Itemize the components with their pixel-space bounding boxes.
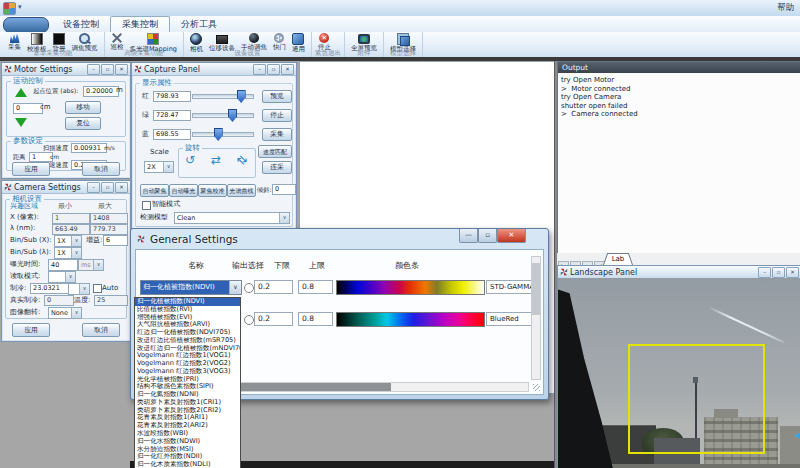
step-input[interactable]: 0 xyxy=(13,103,43,114)
binl-select[interactable]: 1X∨ xyxy=(54,247,82,259)
logline-4[interactable]: > Camera connected xyxy=(561,110,800,119)
auto-focus-button[interactable]: 自动聚焦 xyxy=(140,184,169,197)
minimize-button[interactable]: – xyxy=(758,267,771,278)
resize-grip[interactable] xyxy=(533,384,540,391)
start-position-input[interactable]: 0.20000 xyxy=(83,86,119,97)
cooling-select[interactable]: ∨ xyxy=(68,283,90,295)
focus-calibration-button[interactable]: 聚焦校准 xyxy=(198,184,227,197)
slider-thumb[interactable] xyxy=(228,109,237,122)
output-header[interactable]: Output xyxy=(558,62,800,73)
dd-item-9[interactable]: Vogelmann 红边指数3(VOG3) xyxy=(135,368,240,376)
slider-thumb[interactable] xyxy=(237,90,246,103)
index-combo[interactable]: 归一化植被指数(NDVI)∨ xyxy=(140,280,242,295)
output-log[interactable]: try Open Motor> Motor connectedtry Open … xyxy=(558,73,800,254)
gain-input[interactable]: 6 xyxy=(103,235,128,246)
motor-settings-titlebar[interactable]: Motor Settings –▫✕ xyxy=(2,63,130,76)
camera-preview-image[interactable]: ◀ xyxy=(558,278,800,468)
capture-panel-titlebar[interactable]: Capture Panel –▫✕ xyxy=(132,63,296,76)
stop-button[interactable]: ✕停止 xyxy=(315,32,334,51)
cancel-button[interactable]: 取消 xyxy=(82,162,120,176)
auto-checkbox[interactable] xyxy=(93,284,102,293)
dd-item-7[interactable]: Vogelmann 红边指数1(VOG1) xyxy=(135,352,240,360)
roi-selection-rectangle[interactable] xyxy=(628,344,765,454)
slider-thumb[interactable] xyxy=(214,128,223,141)
move-button[interactable]: 移动 xyxy=(65,101,101,114)
dd-item-20[interactable]: 归一化红外指数(NDII) xyxy=(135,453,240,461)
dd-item-12[interactable]: 归一化氮指数(NDNI) xyxy=(135,391,240,399)
splitter-collapse-arrow-icon[interactable]: ◀ xyxy=(794,431,800,440)
smart-mode-checkbox[interactable] xyxy=(142,201,151,210)
close-button[interactable]: ✕ xyxy=(281,64,294,75)
dd-item-3[interactable]: 大气阻抗植被指数(ARVI) xyxy=(135,321,240,329)
exposure-spinner[interactable]: 40 xyxy=(48,259,78,271)
preview-button[interactable]: 预览 xyxy=(262,90,292,103)
manual-focus-button[interactable]: 手动调焦 xyxy=(238,32,270,51)
jog-up-button[interactable] xyxy=(15,88,27,97)
green-wavelength-input[interactable]: 728.47 xyxy=(153,110,191,121)
upper-limit-input-2[interactable]: 0.8 xyxy=(298,312,333,326)
detect-model-select[interactable]: Clean∨ xyxy=(174,212,290,224)
minimize-button[interactable]: – xyxy=(253,64,266,75)
maximize-button[interactable]: ▫ xyxy=(478,229,497,243)
acquire-button[interactable]: 采集 xyxy=(5,32,24,51)
dd-item-4[interactable]: 红边归一化植被指数(NDVI705) xyxy=(135,329,240,337)
logline-2[interactable]: try Open Camera xyxy=(561,93,800,102)
tab-acquisition-control[interactable]: 采集控制 xyxy=(110,16,170,32)
reset-button[interactable]: 复位 xyxy=(65,117,101,130)
read-mode-select[interactable]: ∨ xyxy=(48,271,76,283)
acquire-button[interactable]: 采集 xyxy=(262,128,292,141)
dd-item-11[interactable]: 结构不敏感色素指数(SIPI) xyxy=(135,383,240,391)
lower-limit-input-2[interactable]: 0.2 xyxy=(254,312,293,326)
dd-item-16[interactable]: 花青素反射指数2(ARI2) xyxy=(135,422,240,430)
minimize-button[interactable]: – xyxy=(87,64,100,75)
dd-item-10[interactable]: 光化学植被指数(PRI) xyxy=(135,376,240,384)
dd-item-17[interactable]: 水波段指数(WBI) xyxy=(135,430,240,438)
tab-analysis-tools[interactable]: 分析工具 xyxy=(170,16,228,32)
close-button[interactable]: ✕ xyxy=(115,64,128,75)
tab-device-control[interactable]: 设备控制 xyxy=(52,16,110,32)
dd-item-18[interactable]: 归一化水指数(NDWI) xyxy=(135,438,240,446)
close-button[interactable]: ✕ xyxy=(786,267,799,278)
file-menu-button[interactable] xyxy=(3,17,49,33)
blue-slider[interactable] xyxy=(192,128,254,139)
close-button[interactable]: ✕ xyxy=(115,182,128,193)
tilt-input[interactable]: 0 xyxy=(272,184,296,195)
red-slider[interactable] xyxy=(192,90,254,101)
dd-item-2[interactable]: 增强植被指数(EVI) xyxy=(135,314,240,322)
maximize-button[interactable]: ▫ xyxy=(267,64,280,75)
lower-limit-input-1[interactable]: 0.2 xyxy=(254,280,293,294)
logline-1[interactable]: > Motor connected xyxy=(561,85,800,94)
continuous-acquire-button[interactable]: 连采 xyxy=(262,161,292,174)
dd-item-13[interactable]: 类胡萝卜素反射指数1(CRI1) xyxy=(135,399,240,407)
vertical-scrollbar[interactable] xyxy=(531,256,541,380)
minimize-button[interactable]: — xyxy=(459,229,478,243)
minimize-button[interactable]: – xyxy=(87,182,100,193)
maximize-button[interactable]: ▫ xyxy=(772,267,785,278)
lab-tab[interactable]: Lab xyxy=(603,253,633,265)
dd-item-5[interactable]: 改进红边比值植被指数(mSR705) xyxy=(135,337,240,345)
speed-match-button[interactable]: 速度匹配 xyxy=(258,145,292,158)
index-dropdown-list[interactable]: 归一化植被指数(NDVI)比值植被指数(RVI)增强植被指数(EVI)大气阻抗植… xyxy=(134,297,241,468)
flip-select[interactable]: None∨ xyxy=(48,307,82,319)
dd-item-6[interactable]: 改进红边归一化植被指数(mNDVI705) xyxy=(135,345,240,353)
output-radio-1[interactable] xyxy=(244,283,254,293)
close-button[interactable]: ✕ xyxy=(497,229,526,243)
green-slider[interactable] xyxy=(192,109,254,120)
quick-access-caret-icon[interactable]: ▾ xyxy=(18,3,22,11)
jog-down-button[interactable] xyxy=(15,118,27,127)
scan-speed-input[interactable]: 0.00931 xyxy=(71,143,107,153)
dd-item-15[interactable]: 花青素反射指数1(ARI1) xyxy=(135,414,240,422)
cooling-input[interactable]: 23.0321 xyxy=(30,283,70,294)
blue-wavelength-input[interactable]: 698.55 xyxy=(153,129,191,140)
apply-button[interactable]: 应用 xyxy=(12,162,50,176)
shutter-button[interactable]: 快门 xyxy=(270,32,289,51)
help-button[interactable]: 帮助 xyxy=(777,2,794,14)
logline-0[interactable]: try Open Motor xyxy=(561,76,800,85)
auto-exposure-button[interactable]: 自动曝光 xyxy=(169,184,198,197)
dd-item-8[interactable]: Vogelmann 红边指数2(VOG2) xyxy=(135,360,240,368)
output-radio-2[interactable] xyxy=(244,315,254,325)
red-wavelength-input[interactable]: 798.93 xyxy=(153,91,191,102)
camera-settings-titlebar[interactable]: Camera Settings –▫✕ xyxy=(2,181,130,194)
cancel-button[interactable]: 取消 xyxy=(82,323,120,337)
scale-select[interactable]: 2X∨ xyxy=(144,161,174,173)
